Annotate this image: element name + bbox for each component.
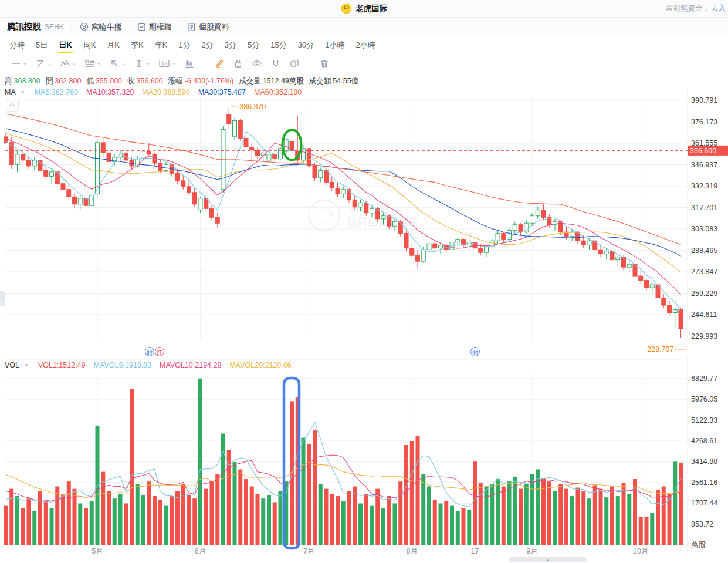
delete-drawings-tool[interactable] (316, 56, 333, 70)
period-tab-5日[interactable]: 5日 (35, 36, 49, 54)
volume-bar[interactable] (662, 486, 666, 545)
candle[interactable] (227, 114, 231, 123)
volume-bar[interactable] (387, 496, 391, 545)
candle[interactable] (198, 198, 202, 210)
volume-bar[interactable] (44, 501, 48, 545)
candle[interactable] (244, 138, 248, 147)
volume-bar[interactable] (364, 494, 368, 545)
volume-bar[interactable] (215, 474, 219, 545)
volume-bar[interactable] (307, 444, 311, 545)
volume-bar[interactable] (519, 489, 523, 545)
period-tab-2小時[interactable]: 2小時 (354, 36, 376, 54)
candle[interactable] (73, 197, 77, 204)
volume-bar[interactable] (279, 491, 283, 545)
volume-bar[interactable] (456, 511, 460, 545)
candle[interactable] (307, 149, 311, 166)
candle[interactable] (341, 190, 346, 194)
volume-bar[interactable] (679, 463, 683, 545)
candle[interactable] (387, 216, 391, 226)
candle[interactable] (381, 216, 385, 219)
volume-bar[interactable] (170, 496, 174, 545)
event-badge-財[interactable]: 財 (145, 347, 154, 356)
volume-bar[interactable] (130, 389, 134, 545)
volume-bar[interactable] (341, 501, 346, 545)
volume-bar[interactable] (587, 498, 591, 545)
volume-bar[interactable] (319, 484, 323, 545)
candle[interactable] (485, 247, 489, 252)
candle[interactable] (427, 244, 431, 250)
candle[interactable] (67, 190, 71, 197)
collapse-indicator-button[interactable] (6, 99, 19, 112)
text-annotation-tool[interactable]: Aa (155, 56, 180, 70)
candle[interactable] (599, 250, 603, 254)
volume-bar[interactable] (198, 379, 202, 545)
chart-scrollbar[interactable]: ▲ (509, 557, 587, 562)
draw-pencil-tool[interactable] (211, 56, 228, 70)
candle[interactable] (479, 248, 483, 252)
magnet-snap-tool[interactable] (267, 56, 285, 70)
volume-bar[interactable] (564, 489, 568, 545)
volume-bar[interactable] (553, 491, 557, 545)
volume-bar[interactable] (404, 445, 408, 545)
volume-bar[interactable] (421, 474, 425, 545)
volume-bar[interactable] (627, 494, 631, 545)
volume-bar[interactable] (410, 441, 414, 545)
candle[interactable] (358, 203, 363, 207)
volume-bar[interactable] (55, 486, 59, 545)
volume-bar[interactable] (353, 486, 357, 545)
volume-bar[interactable] (313, 430, 317, 545)
period-tab-15分[interactable]: 15分 (269, 36, 287, 54)
volume-bar[interactable] (136, 484, 140, 545)
volume-bar[interactable] (32, 511, 36, 545)
volume-bar[interactable] (147, 481, 151, 545)
candle[interactable] (284, 140, 288, 151)
volume-bar[interactable] (336, 496, 340, 545)
volume-bar[interactable] (656, 490, 660, 545)
volume-bar[interactable] (113, 498, 117, 545)
warrants-cbbc-link[interactable]: 窩輪牛熊 (80, 22, 122, 32)
volume-bar[interactable] (67, 481, 71, 545)
candle[interactable] (456, 240, 460, 242)
volume-bar[interactable] (38, 491, 42, 545)
kline-chart-canvas[interactable]: TIGERBROKERS356.600390.791376.173361.555… (0, 73, 728, 563)
kline-chart-area[interactable]: TIGERBROKERS356.600390.791376.173361.555… (0, 73, 728, 563)
volume-bar[interactable] (558, 484, 563, 545)
candle[interactable] (336, 188, 340, 194)
candle[interactable] (44, 170, 48, 176)
period-tab-分時[interactable]: 分時 (8, 36, 26, 54)
candle[interactable] (679, 310, 683, 329)
candle[interactable] (124, 153, 128, 160)
volume-bar[interactable] (496, 479, 500, 545)
left-panel-toggle[interactable]: ‹ (0, 291, 5, 306)
volume-bar[interactable] (599, 489, 603, 545)
candle[interactable] (662, 298, 666, 305)
volume-bar[interactable] (610, 486, 614, 545)
volume-bar[interactable] (330, 494, 334, 545)
candle[interactable] (604, 251, 608, 254)
volume-bar[interactable] (324, 489, 329, 545)
candle[interactable] (192, 193, 197, 204)
volume-bar[interactable] (15, 496, 19, 545)
volume-bar[interactable] (302, 438, 306, 545)
volume-bar[interactable] (187, 495, 191, 545)
volume-bar[interactable] (524, 484, 529, 545)
volume-bar[interactable] (467, 510, 471, 545)
period-tab-2分[interactable]: 2分 (201, 36, 215, 54)
volume-bar[interactable] (153, 496, 157, 545)
volume-bar[interactable] (439, 504, 443, 545)
candle[interactable] (673, 310, 677, 313)
candle[interactable] (433, 244, 437, 248)
candle[interactable] (581, 241, 585, 245)
volume-bar[interactable] (261, 498, 265, 545)
volume-bar[interactable] (570, 496, 574, 545)
candle[interactable] (639, 276, 643, 280)
volume-bar[interactable] (90, 501, 94, 545)
candle[interactable] (370, 208, 374, 213)
volume-bar[interactable] (4, 506, 8, 545)
candle[interactable] (175, 173, 180, 180)
volume-bar[interactable] (267, 495, 271, 545)
stock-info-link[interactable]: 個股資料 (187, 22, 229, 32)
volume-bar[interactable] (50, 508, 54, 545)
volume-bar[interactable] (204, 489, 208, 545)
volume-bar[interactable] (473, 461, 477, 545)
